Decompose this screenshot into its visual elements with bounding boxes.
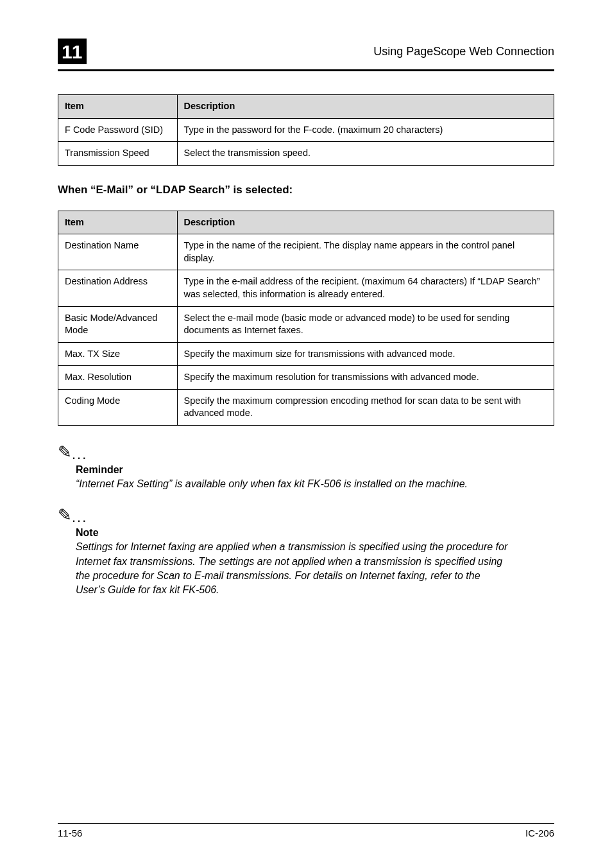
col-header-item: Item [58, 211, 178, 234]
cell-description: Select the e-mail mode (basic mode or ad… [177, 306, 554, 342]
footer-page-number: 11-56 [58, 828, 82, 838]
ellipsis-icon: ... [72, 509, 87, 525]
footer: 11-56 IC-206 [58, 823, 554, 838]
reminder-block: ✎... Reminder “Internet Fax Setting” is … [58, 444, 554, 491]
cell-item: Transmission Speed [58, 142, 178, 166]
chapter-badge: 11 [58, 39, 87, 64]
cell-description: Type in the e-mail address of the recipi… [177, 270, 554, 306]
table-row: Max. Resolution Specify the maximum reso… [58, 366, 554, 390]
cell-item: Destination Address [58, 270, 178, 306]
note-icon-row: ✎... [58, 507, 554, 526]
page-root: 11 Using PageScope Web Connection Item D… [0, 0, 612, 868]
ellipsis-icon: ... [72, 446, 87, 462]
note-label: Note [76, 527, 554, 539]
footer-model: IC-206 [525, 828, 554, 838]
table-row: Destination Name Type in the name of the… [58, 234, 554, 270]
reminder-body: “Internet Fax Setting” is available only… [76, 477, 512, 491]
table-row: Transmission Speed Select the transmissi… [58, 142, 554, 166]
pencil-icon: ✎ [58, 507, 72, 523]
cell-item: Max. TX Size [58, 342, 178, 366]
table-row: Destination Address Type in the e-mail a… [58, 270, 554, 306]
col-header-description: Description [177, 211, 554, 234]
table-row: Coding Mode Specify the maximum compress… [58, 389, 554, 425]
table-header-row: Item Description [58, 211, 554, 234]
spec-table-1: Item Description F Code Password (SID) T… [58, 94, 554, 166]
page-title: Using PageScope Web Connection [373, 45, 554, 58]
col-header-item: Item [58, 95, 178, 119]
footer-rule [58, 823, 554, 824]
cell-description: Type in the name of the recipient. The d… [177, 234, 554, 270]
cell-item: Destination Name [58, 234, 178, 270]
reminder-label: Reminder [76, 464, 554, 476]
col-header-description: Description [177, 95, 554, 119]
cell-item: Coding Mode [58, 389, 178, 425]
cell-description: Specify the maximum resolution for trans… [177, 366, 554, 390]
note-body: Settings for Internet faxing are applied… [76, 540, 512, 598]
note-icon-row: ✎... [58, 444, 554, 463]
footer-flex: 11-56 IC-206 [58, 828, 554, 838]
cell-item: Max. Resolution [58, 366, 178, 390]
cell-description: Specify the maximum size for transmissio… [177, 342, 554, 366]
cell-item: Basic Mode/Advanced Mode [58, 306, 178, 342]
cell-item: F Code Password (SID) [58, 118, 178, 142]
header-row: 11 Using PageScope Web Connection [58, 39, 554, 64]
pencil-icon: ✎ [58, 444, 72, 460]
section-heading: When “E-Mail” or “LDAP Search” is select… [58, 184, 554, 196]
table-row: Basic Mode/Advanced Mode Select the e-ma… [58, 306, 554, 342]
cell-description: Type in the password for the F-code. (ma… [177, 118, 554, 142]
note-block: ✎... Note Settings for Internet faxing a… [58, 507, 554, 598]
table-header-row: Item Description [58, 95, 554, 119]
spec-table-2: Item Description Destination Name Type i… [58, 211, 554, 426]
cell-description: Select the transmission speed. [177, 142, 554, 166]
table-row: Max. TX Size Specify the maximum size fo… [58, 342, 554, 366]
cell-description: Specify the maximum compression encoding… [177, 389, 554, 425]
table-row: F Code Password (SID) Type in the passwo… [58, 118, 554, 142]
header-rule [58, 69, 554, 71]
